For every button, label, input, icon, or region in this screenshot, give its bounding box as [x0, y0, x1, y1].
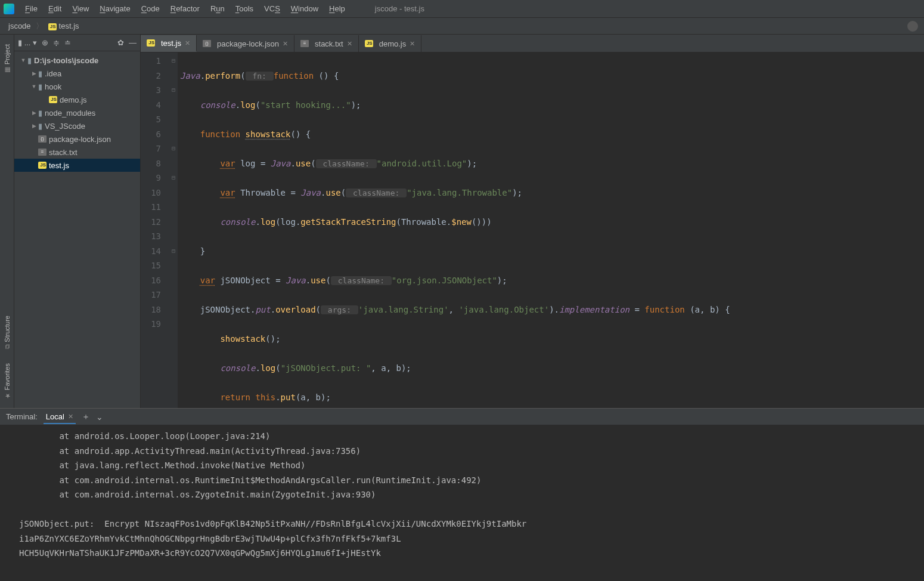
folder-icon: ▮	[27, 56, 32, 65]
collapse-all-icon[interactable]: ≐	[64, 38, 71, 47]
js-icon: JS	[49, 96, 57, 103]
tool-tab-project[interactable]: ▦ Project	[2, 38, 12, 82]
menu-tools[interactable]: Tools	[231, 3, 258, 14]
folder-icon: ▮	[38, 69, 42, 78]
code-source[interactable]: Java.perform( fn: function () { console.…	[178, 52, 924, 408]
project-view-dropdown[interactable]: ▮ ... ▾	[18, 38, 37, 47]
tab-demo-js[interactable]: JSdemo.js✕	[359, 35, 422, 52]
chevron-down-icon[interactable]: ⌄	[96, 412, 103, 422]
menu-navigate[interactable]: Navigate	[95, 3, 135, 14]
new-terminal-button[interactable]: ＋	[82, 412, 90, 422]
menu-file[interactable]: File	[20, 3, 42, 14]
tree-file-stack-txt[interactable]: ≡stack.txt	[14, 146, 140, 159]
tree-folder-hook[interactable]: ▼▮hook	[14, 80, 140, 93]
txt-icon: ≡	[38, 149, 46, 156]
settings-icon[interactable]: ✿	[117, 38, 124, 47]
terminal-tab-local[interactable]: Local✕	[44, 410, 76, 424]
menu-code[interactable]: Code	[137, 3, 165, 14]
menu-vcs[interactable]: VCS	[259, 3, 285, 14]
main-menu-bar: File Edit View Navigate Code Refactor Ru…	[0, 0, 924, 18]
terminal-output[interactable]: at android.os.Looper.loop(Looper.java:21…	[0, 425, 924, 581]
left-tool-stripe: ▦ Project ⧉ Structure ★ Favorites	[0, 35, 14, 408]
js-icon: JS	[147, 39, 155, 47]
folder-icon: ▮	[38, 109, 42, 118]
json-icon: {}	[38, 135, 46, 143]
project-toolbar: ▮ ... ▾ ⊕ ≑ ≐ ✿ —	[14, 35, 140, 51]
tree-file-test-js[interactable]: JStest.js	[14, 159, 140, 172]
txt-icon: ≡	[300, 40, 309, 47]
tree-folder-vs-jscode[interactable]: ▶▮VS_JScode	[14, 119, 140, 132]
editor-tabs: JStest.js✕ {}package-lock.json✕ ≡stack.t…	[141, 35, 924, 52]
menu-view[interactable]: View	[67, 3, 94, 14]
line-number-gutter: 12345678910111213141516171819	[141, 52, 169, 408]
app-icon	[4, 4, 14, 14]
breadcrumb-root[interactable]: jscode	[6, 20, 33, 32]
window-title: jscode - test.js	[375, 4, 424, 13]
tree-file-package-lock[interactable]: {}package-lock.json	[14, 132, 140, 146]
folder-icon: ▮	[38, 122, 42, 131]
close-icon[interactable]: ✕	[347, 40, 352, 48]
menu-run[interactable]: Run	[206, 3, 230, 14]
menu-refactor[interactable]: Refactor	[166, 3, 204, 14]
js-icon: JS	[48, 23, 57, 30]
locate-icon[interactable]: ⊕	[42, 38, 48, 47]
tree-root[interactable]: ▼▮D:\js-tools\jscode	[14, 54, 140, 67]
chevron-right-icon: 〉	[36, 21, 44, 32]
close-icon[interactable]: ✕	[283, 40, 288, 48]
tree-file-demo[interactable]: JSdemo.js	[14, 93, 140, 106]
tree-folder-node-modules[interactable]: ▶▮node_modules	[14, 106, 140, 119]
terminal-tool-window: Terminal: Local✕ ＋ ⌄ at android.os.Loope…	[0, 408, 924, 581]
terminal-title: Terminal:	[6, 412, 38, 421]
fold-gutter[interactable]: ⊟⊟⊟⊟⊟	[169, 52, 178, 408]
breadcrumb-file[interactable]: JStest.js	[46, 20, 82, 32]
tree-folder-idea[interactable]: ▶▮.idea	[14, 67, 140, 80]
hide-icon[interactable]: —	[129, 38, 137, 47]
close-icon[interactable]: ✕	[68, 413, 73, 421]
tab-stack-txt[interactable]: ≡stack.txt✕	[294, 35, 359, 52]
close-icon[interactable]: ✕	[185, 39, 190, 47]
menu-help[interactable]: Help	[324, 3, 350, 14]
code-editor[interactable]: 12345678910111213141516171819 ⊟⊟⊟⊟⊟ Java…	[141, 52, 924, 408]
editor-area: JStest.js✕ {}package-lock.json✕ ≡stack.t…	[141, 35, 924, 408]
tool-tab-favorites[interactable]: ★ Favorites	[2, 357, 12, 408]
menu-edit[interactable]: Edit	[44, 3, 66, 14]
project-tree[interactable]: ▼▮D:\js-tools\jscode ▶▮.idea ▼▮hook JSde…	[14, 51, 140, 174]
js-icon: JS	[365, 40, 373, 47]
navigation-bar: jscode 〉 JStest.js	[0, 18, 924, 35]
tab-package-lock[interactable]: {}package-lock.json✕	[197, 35, 294, 52]
json-icon: {}	[203, 40, 211, 47]
expand-all-icon[interactable]: ≑	[53, 38, 60, 47]
close-icon[interactable]: ✕	[410, 40, 415, 48]
terminal-header: Terminal: Local✕ ＋ ⌄	[0, 409, 924, 425]
js-icon: JS	[38, 162, 46, 169]
tool-tab-structure[interactable]: ⧉ Structure	[2, 310, 12, 357]
project-tool-window: ▮ ... ▾ ⊕ ≑ ≐ ✿ — ▼▮D:\js-tools\jscode ▶…	[14, 35, 141, 408]
menu-window[interactable]: Window	[286, 3, 323, 14]
avatar-icon[interactable]	[907, 21, 918, 32]
tab-test-js[interactable]: JStest.js✕	[141, 35, 197, 52]
folder-icon: ▮	[38, 82, 42, 91]
